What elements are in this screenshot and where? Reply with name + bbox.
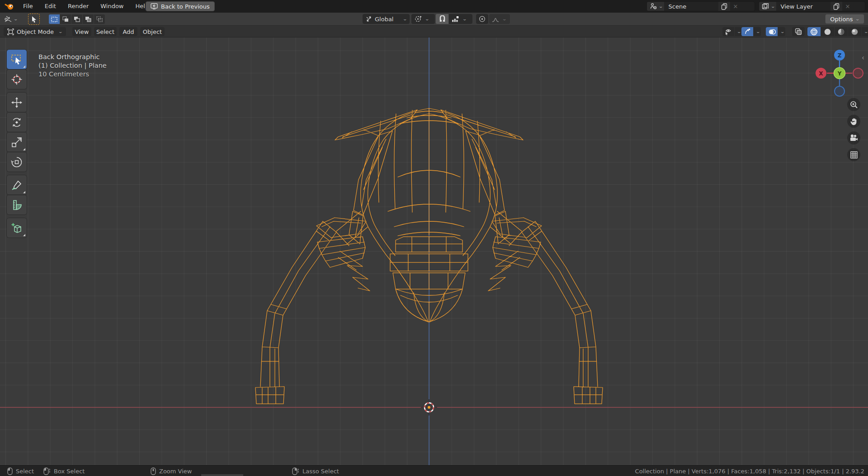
snap-toggle-button[interactable]	[436, 14, 448, 24]
hint-label: Select	[16, 468, 34, 475]
shading-wireframe-button[interactable]	[807, 27, 821, 36]
editor-type-button[interactable]: ⌄	[4, 14, 18, 24]
viewport-canvas[interactable]: Back Orthographic (1) Collection | Plane…	[0, 37, 868, 465]
toggle-xray-button[interactable]	[792, 27, 805, 36]
rendered-sphere-icon	[851, 28, 859, 36]
viewport-overlay-text: Back Orthographic (1) Collection | Plane…	[38, 53, 107, 79]
menu-add[interactable]: Add	[119, 27, 137, 36]
menu-render[interactable]: Render	[62, 0, 94, 13]
tool-rotate[interactable]	[7, 112, 27, 132]
middle-mouse-icon	[151, 467, 156, 475]
select-mode-extend[interactable]	[60, 14, 71, 24]
screen-back-icon	[151, 3, 158, 9]
menu-edit[interactable]: Edit	[39, 0, 62, 13]
camera-view-button[interactable]	[847, 131, 860, 145]
menu-object[interactable]: Object	[140, 27, 165, 36]
pivot-point-dropdown[interactable]: ⌄	[411, 14, 435, 24]
chevron-down-icon: ⌄	[403, 17, 408, 21]
context-text: (1) Collection | Plane	[38, 61, 107, 70]
tool-add-cube[interactable]	[7, 218, 27, 238]
chevron-down-icon: ⌄	[658, 4, 663, 9]
hint-zoom-view: Zoom View	[151, 466, 192, 476]
show-gizmos-button[interactable]	[741, 27, 753, 36]
magnet-icon	[439, 15, 446, 23]
eye-cursor-icon	[724, 28, 732, 35]
xray-group	[792, 27, 805, 36]
tool-measure[interactable]	[7, 195, 27, 215]
view-layer-browse-button[interactable]: ⌄	[759, 2, 776, 11]
menu-view[interactable]: View	[72, 27, 91, 36]
gizmo-axis-y-positive[interactable]: Y	[834, 68, 845, 79]
chevron-down-icon: ⌄	[462, 17, 467, 21]
chevron-down-icon: ⌄	[855, 17, 860, 21]
shading-solid-button[interactable]	[821, 27, 834, 36]
shading-rendered-button[interactable]	[848, 27, 861, 36]
menu-window[interactable]: Window	[94, 0, 129, 13]
3d-cursor[interactable]	[421, 399, 437, 415]
hand-icon	[850, 117, 858, 126]
object-visibility-button[interactable]	[722, 27, 734, 36]
transform-icon	[11, 156, 23, 168]
options-button[interactable]: Options ⌄	[825, 14, 864, 24]
show-overlays-button[interactable]	[766, 27, 778, 36]
overlays-icon	[768, 28, 776, 35]
pan-view-button[interactable]	[847, 115, 860, 128]
transform-orientation-dropdown[interactable]: Global ⌄	[363, 14, 410, 24]
menu-file[interactable]: File	[17, 0, 39, 13]
back-to-previous-button[interactable]: Back to Previous	[146, 1, 215, 11]
mode-dropdown[interactable]: Object Mode ⌄	[4, 27, 66, 36]
annotate-pen-icon	[11, 179, 23, 191]
unlink-scene-button[interactable]: ✕	[730, 2, 741, 11]
select-mode-set[interactable]	[49, 14, 60, 24]
statusbar-handle[interactable]	[201, 474, 243, 476]
object-mode-icon	[7, 28, 14, 35]
tool-annotate[interactable]	[7, 175, 27, 195]
toggle-ortho-button[interactable]	[847, 148, 860, 161]
tool-transform[interactable]	[7, 152, 27, 172]
tool-select-box[interactable]	[7, 50, 27, 69]
tool-scale[interactable]	[7, 132, 27, 152]
select-mode-invert[interactable]	[83, 14, 94, 24]
shading-material-button[interactable]	[835, 27, 848, 36]
blender-logo-icon[interactable]	[5, 2, 14, 10]
tool-cursor[interactable]	[7, 70, 27, 89]
tool-move[interactable]	[7, 93, 27, 112]
gizmos-group: ⌄	[741, 27, 761, 36]
measure-icon	[11, 199, 23, 211]
overlays-dropdown[interactable]: ⌄	[778, 27, 785, 36]
select-box-icon	[11, 54, 23, 65]
proportional-editing-toggle[interactable]	[476, 14, 488, 24]
new-scene-button[interactable]	[718, 2, 730, 11]
view-layer-name[interactable]: View Layer	[776, 2, 830, 11]
menu-select[interactable]: Select	[94, 27, 117, 36]
gizmo-axis-x-negative[interactable]	[853, 68, 863, 78]
gizmo-axis-z-positive[interactable]: Z	[834, 50, 845, 61]
select-mode-subtract[interactable]	[71, 14, 82, 24]
gizmo-axis-x-positive[interactable]: X	[816, 68, 826, 79]
object-visibility-dropdown[interactable]: ⌄	[735, 27, 742, 36]
scene-browse-button[interactable]: ⌄	[647, 2, 664, 11]
grid-icon	[850, 151, 858, 159]
navigation-gizmo[interactable]: Z X Y	[814, 47, 864, 98]
remove-view-layer-button[interactable]: ✕	[842, 2, 854, 11]
new-view-layer-button[interactable]	[830, 2, 842, 11]
move-icon	[11, 97, 23, 108]
left-mouse-drag-icon	[43, 467, 51, 475]
proportional-falloff-dropdown[interactable]: ⌄	[489, 14, 510, 24]
chevron-down-icon: ⌄	[425, 17, 429, 21]
gizmos-dropdown[interactable]: ⌄	[754, 27, 761, 36]
chevron-down-icon: ⌄	[13, 17, 18, 21]
rotate-icon	[11, 117, 23, 128]
chevron-down-icon: ⌄	[502, 17, 507, 21]
zoom-view-button[interactable]	[847, 98, 860, 111]
scene-name[interactable]: Scene	[664, 2, 718, 11]
blender-window: File Edit Render Window Help Back to Pre…	[0, 0, 868, 476]
copy-icon	[833, 3, 840, 10]
snap-target-dropdown[interactable]: ⌄	[449, 14, 472, 24]
add-cube-icon	[11, 222, 23, 234]
sidebar-toggle-chevron[interactable]: ‹	[862, 54, 864, 62]
shading-dropdown[interactable]: ⌄	[862, 27, 868, 36]
select-mode-intersect[interactable]	[94, 14, 105, 24]
shading-group: ⌄	[807, 27, 868, 36]
gizmo-axis-z-negative[interactable]	[835, 86, 844, 96]
